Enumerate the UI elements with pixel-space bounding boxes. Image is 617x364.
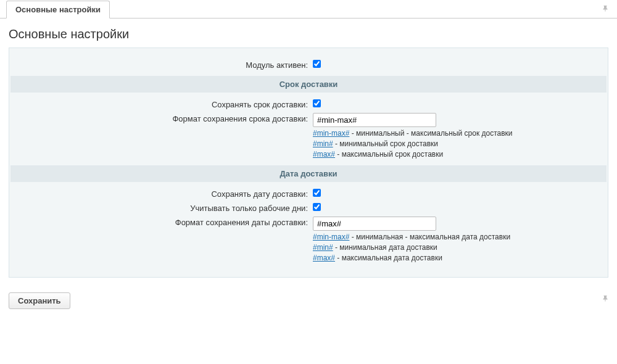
module-active-checkbox[interactable] (313, 60, 321, 68)
save-button[interactable]: Сохранить (9, 292, 70, 309)
term-help-max-text: - максимальный срок доставки (335, 150, 443, 159)
pin-icon[interactable] (602, 5, 610, 14)
workdays-checkbox[interactable] (313, 203, 321, 211)
settings-form: Модуль активен: Срок доставки Сохранять … (9, 48, 608, 278)
save-date-checkbox[interactable] (313, 189, 321, 197)
module-active-label: Модуль активен: (10, 59, 312, 70)
section-delivery-date-header: Дата доставки (10, 165, 607, 182)
date-help-min-text: - минимальная дата доставки (333, 243, 437, 252)
save-term-checkbox[interactable] (313, 99, 321, 107)
workdays-label: Учитывать только рабочие дни: (10, 202, 312, 213)
term-help-min-text: - минимальный срок доставки (333, 139, 438, 148)
date-format-label: Формат сохранения даты доставки: (10, 217, 312, 227)
term-help-minmax-link[interactable]: #min-max# (313, 129, 349, 138)
term-format-input[interactable] (313, 113, 436, 127)
date-help-max-link[interactable]: #max# (313, 254, 335, 262)
date-format-input[interactable] (313, 217, 436, 231)
save-date-label: Сохранять дату доставки: (10, 188, 312, 199)
date-help-max-text: - максимальная дата доставки (335, 254, 442, 262)
date-help-minmax-text: - минимальная - максимальная дата достав… (349, 233, 510, 241)
save-term-label: Сохранять срок доставки: (10, 99, 312, 109)
term-help-max-link[interactable]: #max# (313, 150, 335, 159)
page-title: Основные настройки (9, 27, 608, 41)
date-help-min-link[interactable]: #min# (313, 243, 333, 252)
term-help-minmax-text: - минимальный - максимальный срок достав… (349, 129, 512, 138)
section-delivery-term-header: Срок доставки (10, 76, 607, 93)
term-format-label: Формат сохранения срока доставки: (10, 113, 312, 123)
date-help-minmax-link[interactable]: #min-max# (313, 233, 349, 241)
pin-icon[interactable] (602, 295, 610, 304)
tab-main-settings[interactable]: Основные настройки (6, 1, 110, 19)
term-help-min-link[interactable]: #min# (313, 139, 333, 148)
